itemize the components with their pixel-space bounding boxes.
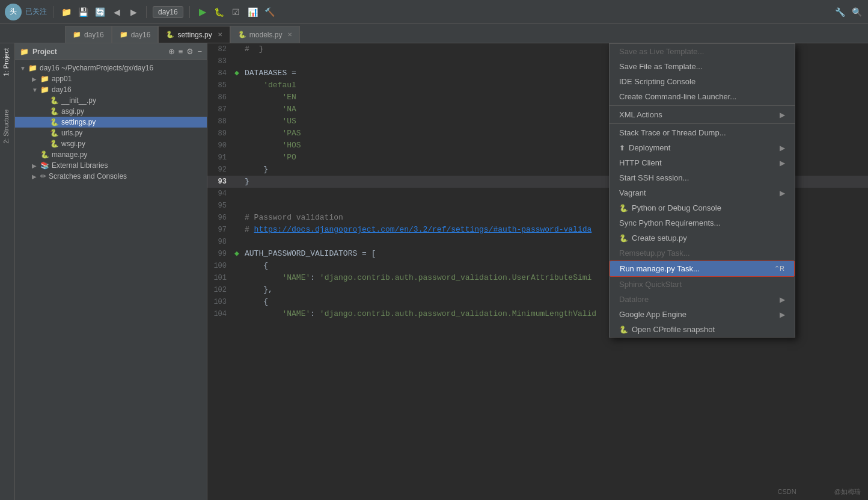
menu-item-python-console[interactable]: 🐍 Python or Debug Console [610, 200, 795, 215]
follow-button[interactable]: 已关注 [25, 7, 47, 17]
tree-item-day16[interactable]: ▼ 📁 day16 [15, 84, 207, 95]
tree-item-external-libraries[interactable]: ▶ 📚 External Libraries [15, 160, 207, 171]
menu-label: Stack Trace or Thread Dump... [619, 128, 726, 137]
menu-item-http-client[interactable]: HTTP Client ▶ [610, 155, 795, 170]
save-icon[interactable]: 💾 [76, 5, 90, 19]
tree-item-manage[interactable]: 🐍 manage.py [15, 149, 207, 160]
tree-root-label: day16 ~/PycharmProjects/gx/day16 [40, 64, 153, 72]
main-layout: 1: Project 2: Structure 📁 Project ⊕ ≡ ⚙ … [0, 43, 868, 500]
menu-item-save-live-template[interactable]: Save as Live Template... [610, 44, 795, 59]
run-button[interactable]: ▶ [196, 5, 209, 19]
menu-label: Run manage.py Task... [620, 264, 700, 273]
tab-label: settings.py [177, 31, 212, 39]
menu-label: Remsetup.py Task... [619, 248, 690, 258]
tree-py-icon: 🐍 [40, 150, 49, 159]
tab-python-icon: 🐍 [166, 31, 174, 39]
menu-item-create-setup[interactable]: 🐍 Create setup.py [610, 230, 795, 245]
tab-bar: 📁 day16 📁 day16 🐍 settings.py ✕ 🐍 models… [0, 24, 868, 43]
menu-label: Python or Debug Console [632, 203, 721, 212]
menu-item-sphinx[interactable]: Sphinx QuickStart [610, 277, 795, 292]
sidebar-item-structure[interactable]: 2: Structure [0, 105, 14, 149]
menu-label: IDE Scripting Console [619, 77, 695, 86]
submenu-arrow-icon: ▶ [780, 144, 785, 152]
panel-settings-button[interactable]: ≡ [179, 47, 183, 56]
menu-label: Sphinx QuickStart [619, 280, 682, 289]
build-icon[interactable]: 🔨 [263, 5, 277, 19]
tab-day16-1[interactable]: 📁 day16 [65, 26, 112, 43]
panel-gear-button[interactable]: ⚙ [186, 47, 194, 56]
tree-item-urls[interactable]: 🐍 urls.py [15, 128, 207, 138]
branch-selector[interactable]: day16 [153, 6, 183, 18]
menu-item-cprofile[interactable]: 🐍 Open CProfile snapshot [610, 322, 795, 337]
panel-title: Project [32, 48, 57, 56]
menu-item-deployment[interactable]: ⬆ Deployment ▶ [610, 140, 795, 155]
file-tree: ▼ 📁 day16 ~/PycharmProjects/gx/day16 ▶ 📁… [15, 60, 207, 500]
tree-item-label: Scratches and Consoles [49, 172, 127, 181]
menu-item-sync-python[interactable]: Sync Python Requirements... [610, 215, 795, 230]
back-icon[interactable]: ◀ [110, 5, 123, 19]
avatar: 头 [5, 4, 22, 20]
tab-folder-icon: 📁 [120, 31, 128, 39]
panel-minimize-button[interactable]: − [197, 47, 202, 56]
tree-item-init[interactable]: 🐍 __init__.py [15, 95, 207, 106]
tree-py-icon: 🐍 [50, 107, 59, 116]
debug-icon[interactable]: 🐛 [213, 5, 226, 19]
folder-icon[interactable]: 📁 [60, 5, 73, 19]
menu-item-vagrant[interactable]: Vagrant ▶ [610, 185, 795, 200]
menu-item-save-file-template[interactable]: Save File as Template... [610, 59, 795, 74]
tree-item-scratches[interactable]: ▶ ✏ Scratches and Consoles [15, 171, 207, 182]
menu-item-cmdline-launcher[interactable]: Create Command-line Launcher... [610, 89, 795, 104]
tab-settings-py[interactable]: 🐍 settings.py ✕ [158, 26, 230, 43]
menu-label: Google App Engine [619, 310, 686, 319]
menu-label: Start SSH session... [619, 173, 689, 182]
menu-item-xml-actions[interactable]: XML Actions ▶ [610, 107, 795, 122]
menu-label: Save File as Template... [619, 62, 703, 71]
tab-close-button[interactable]: ✕ [287, 31, 292, 38]
separator [146, 6, 147, 18]
tab-label: models.py [249, 31, 283, 39]
search-icon[interactable]: 🔍 [850, 5, 863, 19]
submenu-arrow-icon: ▶ [780, 159, 785, 167]
settings-icon[interactable]: 🔧 [833, 5, 846, 19]
tree-lib-icon: 📚 [40, 161, 49, 170]
menu-item-ssh[interactable]: Start SSH session... [610, 170, 795, 185]
panel-sync-button[interactable]: ⊕ [168, 47, 175, 56]
watermark: CSDN @如梅瑞 [778, 487, 861, 496]
menu-label: Save as Live Template... [619, 47, 704, 56]
menu-item-datalore[interactable]: Datalore ▶ [610, 292, 795, 307]
forward-icon[interactable]: ▶ [127, 5, 140, 19]
tree-item-label: manage.py [52, 150, 87, 159]
menu-label: XML Actions [619, 110, 662, 119]
tree-item-label: wsgi.py [61, 140, 85, 148]
menu-item-stack-trace[interactable]: Stack Trace or Thread Dump... [610, 125, 795, 140]
menu-separator [610, 105, 795, 106]
menu-item-remsetup[interactable]: Remsetup.py Task... [610, 245, 795, 261]
tree-item-wsgi[interactable]: 🐍 wsgi.py [15, 138, 207, 149]
tree-item-app01[interactable]: ▶ 📁 app01 [15, 73, 207, 84]
menu-item-google-app-engine[interactable]: Google App Engine ▶ [610, 307, 795, 322]
profile-icon[interactable]: 📊 [246, 5, 260, 19]
tab-close-button[interactable]: ✕ [218, 31, 222, 38]
code-editor[interactable]: 82 # } 83 84 ◆ DATABASES = 85 'defaul 8 [207, 43, 868, 500]
tree-arrow-icon: ▶ [32, 162, 38, 169]
tree-scratch-icon: ✏ [40, 172, 46, 181]
tree-item-settings[interactable]: 🐍 settings.py [15, 117, 207, 128]
tree-py-icon: 🐍 [50, 140, 59, 148]
tree-py-icon: 🐍 [50, 118, 59, 126]
menu-item-ide-scripting[interactable]: IDE Scripting Console [610, 74, 795, 89]
menu-label: Sync Python Requirements... [619, 218, 720, 227]
sidebar-item-project[interactable]: 1: Project [0, 43, 14, 81]
tree-item-asgi[interactable]: 🐍 asgi.py [15, 106, 207, 117]
tree-item-label: asgi.py [61, 107, 84, 116]
tab-label: day16 [84, 31, 104, 39]
menu-item-run-manage[interactable]: Run manage.py Task... ⌃R [610, 261, 795, 277]
coverage-icon[interactable]: ☑ [230, 5, 243, 19]
refresh-icon[interactable]: 🔄 [93, 5, 106, 19]
menu-label: Deployment [629, 143, 670, 152]
submenu-arrow-icon: ▶ [780, 310, 785, 319]
tab-day16-2[interactable]: 📁 day16 [112, 26, 159, 43]
tab-models-py[interactable]: 🐍 models.py ✕ [230, 26, 301, 43]
tree-root[interactable]: ▼ 📁 day16 ~/PycharmProjects/gx/day16 [15, 63, 207, 73]
toolbar-right: 🔧 🔍 [833, 5, 863, 19]
tree-item-label: settings.py [61, 118, 96, 126]
